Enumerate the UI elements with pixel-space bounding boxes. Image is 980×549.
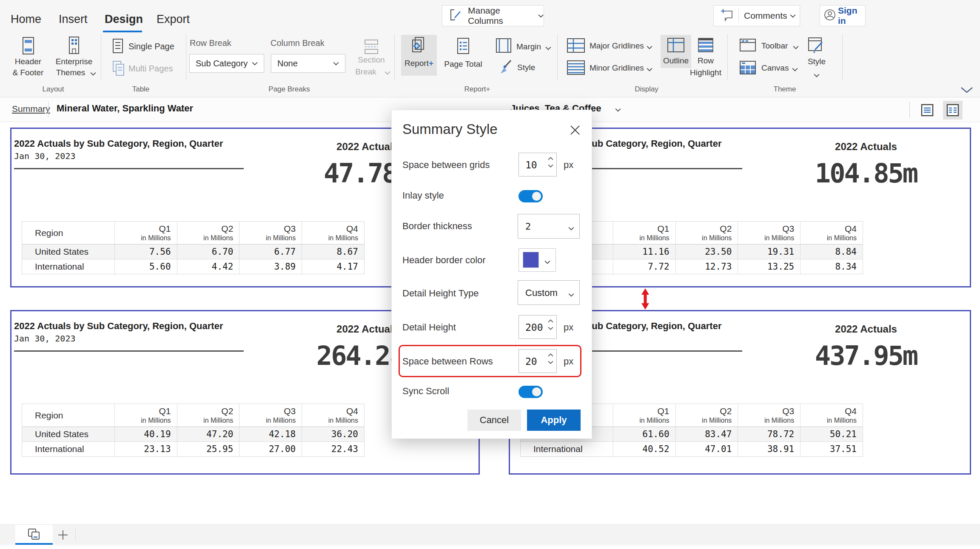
section-break-button[interactable]: Section <box>350 55 393 65</box>
table-row: International40.5247.0138.9137.51 <box>521 442 863 456</box>
chevron-down-icon <box>790 14 796 18</box>
menu-tab-design[interactable]: Design <box>105 13 143 28</box>
row-break-dropdown[interactable]: Sub Category <box>189 54 264 73</box>
person-icon <box>823 9 836 23</box>
page-total-button[interactable]: Page Total <box>439 60 488 69</box>
spinner-up-icon[interactable] <box>548 353 553 357</box>
value-cell: 47.01 <box>675 442 738 456</box>
header-footer-button[interactable]: Header <box>8 57 48 66</box>
quarter-column-header: Q3in Millions <box>738 404 800 427</box>
menu-tab-home[interactable]: Home <box>11 13 41 28</box>
value-cell: 40.52 <box>613 442 675 456</box>
kpi-value: 437.95m <box>768 340 964 371</box>
space-between-grids-input[interactable]: 10 <box>518 153 557 176</box>
header-border-color-picker[interactable] <box>518 248 556 272</box>
row-highlight-icon <box>697 37 715 55</box>
quarter-column-header: Q2in Millions <box>177 222 239 244</box>
canvas-button[interactable]: Canvas <box>761 63 789 73</box>
column-break-dropdown[interactable]: None <box>271 54 345 73</box>
value-cell: 8.84 <box>800 245 863 259</box>
chevron-down-icon <box>545 44 551 52</box>
enterprise-themes-label2: Themes <box>48 68 94 77</box>
grid-view-icon <box>946 103 960 117</box>
value-cell: 5.60 <box>114 259 177 274</box>
add-page-button[interactable] <box>57 529 69 541</box>
value-cell: 36.20 <box>302 427 364 441</box>
quarter-column-header: Q3in Millions <box>239 404 302 427</box>
summary-style-dialog: Summary Style Space between grids 10 px … <box>391 110 592 439</box>
toggle-knob <box>532 192 541 201</box>
header-footer-label2: & Footer <box>8 68 48 77</box>
menu-tab-insert[interactable]: Insert <box>59 13 88 28</box>
detail-height-input[interactable]: 200 <box>518 315 557 339</box>
value-cell: 61.60 <box>613 427 675 441</box>
menu-tab-export[interactable]: Export <box>157 13 190 28</box>
section-break-icon <box>362 39 380 56</box>
cancel-button[interactable]: Cancel <box>467 410 521 431</box>
detail-height-value: 200 <box>525 322 543 333</box>
single-column-view-button[interactable] <box>917 101 937 119</box>
page-total-icon <box>456 37 471 57</box>
dialog-title: Summary Style <box>402 121 498 137</box>
detail-height-type-label: Detail Height Type <box>402 288 479 299</box>
style-theme-button[interactable]: Style <box>805 57 829 66</box>
value-cell: 8.67 <box>302 245 364 259</box>
minor-gridlines-button[interactable]: Minor Gridlines <box>590 63 644 73</box>
margin-button[interactable]: Margin <box>516 42 541 51</box>
chevron-down-icon[interactable] <box>615 106 621 114</box>
single-page-button[interactable]: Single Page <box>128 42 174 51</box>
canvas-icon <box>739 60 757 77</box>
spinner-up-icon[interactable] <box>548 319 553 323</box>
page-tab-active[interactable] <box>15 525 53 544</box>
chevron-down-icon <box>647 65 652 73</box>
major-gridlines-button[interactable]: Major Gridlines <box>590 41 644 51</box>
table-header-row: RegionQ1in MillionsQ2in MillionsQ3in Mil… <box>22 222 364 245</box>
collapse-ribbon-chevron-icon[interactable] <box>960 87 973 95</box>
sign-in-button[interactable]: Sign in <box>820 5 866 26</box>
panel-date: Jan 30, 2023 <box>14 151 76 161</box>
enterprise-themes-button[interactable]: Enterprise <box>51 57 97 66</box>
value-cell: 37.51 <box>800 442 863 456</box>
multi-pages-button[interactable]: Multi Pages <box>128 64 173 74</box>
detail-height-type-dropdown[interactable]: Custom <box>518 280 580 305</box>
value-cell: 22.43 <box>302 442 364 456</box>
style-report-button[interactable]: Style <box>517 63 535 72</box>
value-cell: 27.00 <box>239 442 302 456</box>
value-cell: 38.91 <box>738 442 800 456</box>
tab-summary[interactable]: Summary <box>12 104 50 114</box>
space-between-grids-value: 10 <box>525 159 537 171</box>
value-cell: 19.31 <box>738 245 800 259</box>
sync-scroll-toggle[interactable] <box>518 386 543 398</box>
toggle-knob <box>532 387 541 396</box>
row-highlight-button[interactable]: Row <box>688 56 724 65</box>
tab-active-report[interactable]: Mineral Water, Sparkling Water <box>57 103 193 114</box>
spinner-down-icon[interactable] <box>548 327 553 330</box>
region-column-header: Region <box>22 222 114 244</box>
quarter-column-header: Q2in Millions <box>177 404 239 427</box>
spinner-down-icon[interactable] <box>548 361 553 364</box>
toolbar-button[interactable]: Toolbar <box>761 41 788 51</box>
two-column-view-button[interactable] <box>943 101 963 119</box>
outline-icon <box>667 37 685 55</box>
header-border-color-label: Header border color <box>402 255 486 266</box>
chevron-down-icon <box>814 71 820 79</box>
comments-button[interactable]: Comments <box>713 5 800 26</box>
space-between-rows-input[interactable]: 20 <box>518 349 557 373</box>
row-spacing-arrow-annotation <box>640 288 651 312</box>
chevron-down-icon <box>793 43 799 51</box>
chevron-down-icon <box>568 291 574 299</box>
report-plus-icon <box>410 37 427 58</box>
manage-columns-button[interactable]: Manage Columns <box>442 5 544 26</box>
group-separator <box>727 34 728 80</box>
spinner-up-icon[interactable] <box>548 157 553 160</box>
chevron-down-icon[interactable] <box>178 106 184 114</box>
button-divider <box>738 9 739 23</box>
inlay-style-toggle[interactable] <box>518 190 543 202</box>
apply-button[interactable]: Apply <box>527 410 581 431</box>
major-gridlines-icon <box>567 37 585 55</box>
border-thickness-dropdown[interactable]: 2 <box>518 214 580 239</box>
enterprise-themes-icon <box>66 36 82 57</box>
close-icon[interactable] <box>570 125 581 136</box>
quarter-column-header: Q1in Millions <box>114 222 177 244</box>
spinner-down-icon[interactable] <box>548 164 553 168</box>
